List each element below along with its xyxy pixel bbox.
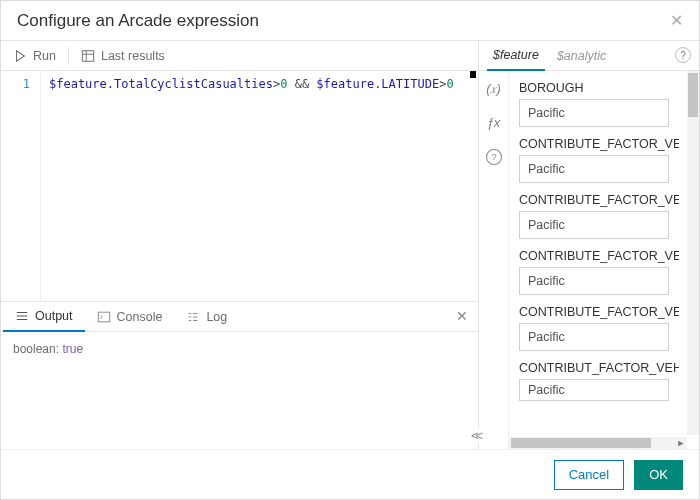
tab-log[interactable]: Log [174,302,239,332]
vertical-scroll-thumb[interactable] [688,73,698,117]
horizontal-scrollbar[interactable]: ◄ ► [509,437,687,449]
editor-panel: Run Last results 1 $feature.TotalCyclist… [1,41,479,449]
results-icon [81,49,95,63]
output-pane: boolean: true [1,331,478,449]
play-icon [13,49,27,63]
globals-body: (𝑥) ƒx ? BOROUGH CONTRIBUTE_FACTOR_VEHIC… [479,71,699,449]
line-gutter: 1 [1,71,41,301]
tab-output[interactable]: Output [3,302,85,332]
code-token: && [287,77,316,91]
field-row: BOROUGH [519,81,679,127]
close-icon[interactable]: ✕ [670,13,683,29]
dialog-header: Configure an Arcade expression ✕ [1,1,699,41]
tab-console-label: Console [117,310,163,324]
code-token: $feature.LATITUDE [316,77,439,91]
code-token: $feature.TotalCyclistCasualties [49,77,273,91]
svg-text:?: ? [491,152,496,162]
arcade-expression-dialog: Configure an Arcade expression ✕ Run Las… [0,0,700,500]
editor-minimap[interactable] [470,71,476,78]
vertical-scrollbar[interactable] [687,71,699,435]
field-label: CONTRIBUTE_FACTOR_VEHICLE [519,249,679,263]
field-label: BOROUGH [519,81,679,95]
output-type: boolean: [13,342,59,356]
line-number: 1 [1,77,30,91]
functions-icon[interactable]: ƒx [487,115,501,130]
field-label: CONTRIBUTE_FACTOR_VEHICLE [519,305,679,319]
last-results-label: Last results [101,49,165,63]
field-label: CONTRIBUTE_FACTOR_VEHICLE [519,137,679,151]
dialog-body: Run Last results 1 $feature.TotalCyclist… [1,41,699,449]
run-label: Run [33,49,56,63]
svg-rect-0 [82,50,93,61]
console-icon [97,310,111,324]
code-token: 0 [446,77,453,91]
field-input[interactable] [519,379,669,401]
fields-list: BOROUGH CONTRIBUTE_FACTOR_VEHICLE CONTRI… [509,71,699,449]
cancel-button[interactable]: Cancel [554,460,624,490]
output-value: true [62,342,83,356]
scroll-right-icon[interactable]: ► [675,437,687,449]
field-label: CONTRIBUTE_FACTOR_VEHICLE [519,193,679,207]
field-input[interactable] [519,211,669,239]
field-row: CONTRIBUTE_FACTOR_VEHICLE [519,249,679,295]
variables-icon[interactable]: (𝑥) [486,81,501,97]
editor-toolbar: Run Last results [1,41,478,71]
field-row: CONTRIBUTE_FACTOR_VEHICLE [519,137,679,183]
field-input[interactable] [519,155,669,183]
field-input[interactable] [519,99,669,127]
close-output-icon[interactable]: ✕ [456,308,468,324]
code-area[interactable]: $feature.TotalCyclistCasualties>0 && $fe… [41,71,478,301]
dialog-title: Configure an Arcade expression [17,11,259,31]
tab-log-label: Log [206,310,227,324]
run-button[interactable]: Run [3,41,66,71]
field-row: CONTRIBUTE_FACTOR_VEHICLE [519,305,679,351]
code-editor[interactable]: 1 $feature.TotalCyclistCasualties>0 && $… [1,71,478,301]
toolbar-separator [68,47,69,65]
tab-analytic[interactable]: $analytic [551,41,612,71]
dialog-footer: Cancel OK [1,449,699,499]
svg-rect-3 [98,312,109,322]
output-tabs: Output Console Log ✕ [1,301,478,331]
tab-console[interactable]: Console [85,302,175,332]
field-input[interactable] [519,323,669,351]
globals-tabs: $feature $analytic ? [479,41,699,71]
tab-feature[interactable]: $feature [487,41,545,71]
field-input[interactable] [519,267,669,295]
collapse-panel-icon[interactable]: << [469,428,482,443]
tab-output-label: Output [35,309,73,323]
output-icon [15,309,29,323]
globals-panel: $feature $analytic ? (𝑥) ƒx ? BOROUGH [479,41,699,449]
fields-scroll[interactable]: BOROUGH CONTRIBUTE_FACTOR_VEHICLE CONTRI… [509,71,685,435]
horizontal-scroll-thumb[interactable] [511,438,651,448]
field-row: CONTRIBUT_FACTOR_VEHICLE_ [519,361,679,401]
rail-help-icon[interactable]: ? [485,148,503,166]
field-row: CONTRIBUTE_FACTOR_VEHICLE [519,193,679,239]
help-icon[interactable]: ? [675,47,691,63]
ok-button[interactable]: OK [634,460,683,490]
last-results-button[interactable]: Last results [71,41,175,71]
field-label: CONTRIBUT_FACTOR_VEHICLE_ [519,361,679,375]
log-icon [186,310,200,324]
globals-rail: (𝑥) ƒx ? [479,71,509,449]
